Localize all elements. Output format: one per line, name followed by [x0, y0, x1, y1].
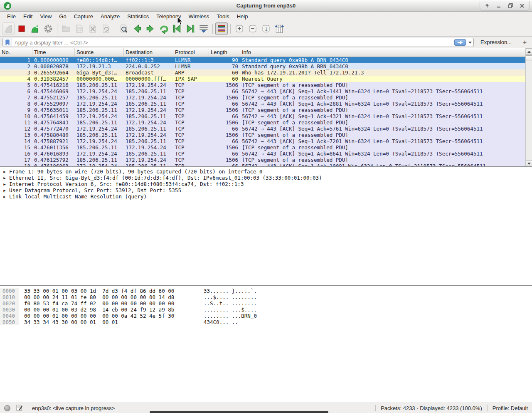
- expander-icon[interactable]: ▶: [0, 188, 9, 193]
- status-separator: [375, 405, 376, 411]
- menu-item-go[interactable]: Go: [55, 12, 70, 21]
- detail-line[interactable]: ▶Ethernet II, Src: Giga-Byt_d3:f4:df (00…: [0, 175, 532, 181]
- restart-capture-button[interactable]: [29, 22, 41, 35]
- menu-item-view[interactable]: View: [36, 12, 55, 21]
- packet-row-18[interactable]: 180.476186863172.19.254.24185.206.25.11T…: [0, 163, 525, 166]
- menu-item-analyze[interactable]: Analyze: [97, 12, 123, 21]
- packet-row-7[interactable]: 70.475521257185.206.25.11172.19.254.24TC…: [0, 94, 525, 101]
- scrollbar-thumb[interactable]: [526, 55, 532, 61]
- detail-line[interactable]: ▶Link-local Multicast Name Resolution (q…: [0, 193, 532, 200]
- colorize-button[interactable]: [215, 22, 228, 35]
- packet-row-13[interactable]: 130.475880480185.206.25.11172.19.254.24T…: [0, 132, 525, 138]
- packet-row-2[interactable]: 20.000020878172.19.21.3224.0.0.252LLMNR7…: [0, 63, 525, 69]
- stop-capture-button[interactable]: [15, 22, 28, 35]
- minimize-button[interactable]: [496, 3, 502, 9]
- hex-row[interactable]: 001000 00 00 24 11 01 fe 80 00 00 00 00 …: [0, 294, 532, 300]
- hex-row[interactable]: 004000 00 00 01 00 00 00 00 00 00 0a 42 …: [0, 313, 532, 319]
- cell-time: 0.000000000: [32, 57, 75, 63]
- maximize-button[interactable]: [507, 3, 513, 9]
- cell-info: [TCP segment of a reassembled PDU]: [240, 157, 525, 163]
- expander-icon[interactable]: ▶: [0, 195, 9, 199]
- packet-row-3[interactable]: 30.265592664Giga-Byt_d3:…BroadcastARP60W…: [0, 69, 525, 76]
- scroll-down-button[interactable]: [526, 160, 532, 167]
- auto-scroll-button[interactable]: [197, 22, 210, 35]
- cell-info: 56742 → 443 [ACK] Seq=1 Ack=5761 Win=632…: [240, 126, 525, 132]
- cell-no: 14: [0, 138, 32, 144]
- packet-row-6[interactable]: 60.475446069172.19.254.24185.206.25.11TC…: [0, 88, 525, 94]
- hex-row[interactable]: 0020f0 80 53 f4 ca 74 ff 02 00 00 00 00 …: [0, 300, 532, 307]
- cell-protocol: TCP: [173, 113, 209, 119]
- expander-icon[interactable]: ▶: [0, 170, 9, 174]
- resize-columns-button[interactable]: [273, 22, 286, 35]
- cell-no: 8: [0, 101, 32, 107]
- packet-row-17[interactable]: 170.476125792185.206.25.11172.19.254.24T…: [0, 157, 525, 163]
- detail-line[interactable]: ▶Frame 1: 90 bytes on wire (720 bits), 9…: [0, 168, 532, 175]
- menu-item-capture[interactable]: Capture: [70, 12, 97, 21]
- packet-row-10[interactable]: 100.475641459172.19.254.24185.206.25.11T…: [0, 113, 525, 119]
- packet-row-5[interactable]: 50.475416216185.206.25.11172.19.254.24TC…: [0, 82, 525, 88]
- packet-row-1[interactable]: 10.000000000fe80::14d8:f…ff02::1:3LLMNR9…: [0, 57, 525, 63]
- cell-length: 66: [209, 151, 240, 157]
- add-filter-button[interactable]: +: [521, 39, 528, 46]
- apply-filter-button[interactable]: [454, 39, 466, 46]
- cell-no: 13: [0, 132, 32, 138]
- go-first-button[interactable]: [171, 22, 183, 35]
- zoom-out-button[interactable]: [246, 22, 259, 35]
- packet-row-11[interactable]: 110.475764843185.206.25.11172.19.254.24T…: [0, 119, 525, 126]
- filter-bookmark-icon[interactable]: [3, 38, 12, 47]
- packet-row-4[interactable]: 40.31938245700000000.000…00000000.fff…IP…: [0, 76, 525, 82]
- capture-comment-icon[interactable]: [16, 404, 23, 412]
- expert-info-icon[interactable]: [4, 405, 10, 411]
- go-last-button[interactable]: [184, 22, 197, 35]
- detail-line[interactable]: ▶User Datagram Protocol, Src Port: 53912…: [0, 187, 532, 193]
- cell-source: 172.19.254.24: [75, 88, 124, 94]
- hex-row[interactable]: 005034 33 34 43 30 00 00 01 00 01434C0..…: [0, 319, 532, 325]
- packet-row-8[interactable]: 80.475529097172.19.254.24185.206.25.11TC…: [0, 101, 525, 107]
- packet-list-scrollbar[interactable]: [525, 48, 532, 167]
- packet-row-14[interactable]: 140.475887921172.19.254.24185.206.25.11T…: [0, 138, 525, 144]
- toolbar-separator: [57, 24, 57, 34]
- shade-window-button[interactable]: [484, 3, 490, 9]
- hex-row[interactable]: 000033 33 00 01 00 03 00 1d 7d d3 f4 df …: [0, 288, 532, 294]
- packet-row-15[interactable]: 150.476011356185.206.25.11172.19.254.24T…: [0, 144, 525, 151]
- zoom-in-button[interactable]: [233, 22, 246, 35]
- menu-item-tools[interactable]: Tools: [213, 12, 233, 21]
- detail-line[interactable]: ▶Internet Protocol Version 6, Src: fe80:…: [0, 181, 532, 187]
- packet-row-16[interactable]: 160.476016893172.19.254.24185.206.25.11T…: [0, 151, 525, 157]
- expression-button[interactable]: Expression...: [480, 39, 512, 45]
- cell-protocol: TCP: [173, 138, 209, 144]
- menu-item-help[interactable]: Help: [233, 12, 252, 21]
- column-header-protocol[interactable]: Protocol: [173, 48, 209, 56]
- column-header-info[interactable]: Info: [240, 48, 525, 56]
- menu-item-telephony[interactable]: Telephony: [153, 12, 185, 21]
- packet-row-9[interactable]: 90.475635011185.206.25.11172.19.254.24TC…: [0, 107, 525, 113]
- expander-icon[interactable]: ▶: [0, 176, 9, 180]
- menu-item-file[interactable]: File: [3, 12, 20, 21]
- scroll-up-button[interactable]: [526, 48, 532, 55]
- hex-bytes: 33 33 00 01 00 03 00 1d 7d d3 f4 df 86 d…: [19, 288, 174, 294]
- close-button[interactable]: [519, 3, 525, 9]
- hex-offset: 0020: [0, 300, 19, 307]
- column-header-destination[interactable]: Destination: [124, 48, 173, 56]
- capture-options-button[interactable]: [42, 22, 54, 35]
- menu-item-statistics[interactable]: Statistics: [123, 12, 153, 21]
- column-header-time[interactable]: Time: [32, 48, 75, 56]
- profile-button[interactable]: Profile: Default: [493, 405, 528, 411]
- menu-item-edit[interactable]: Edit: [20, 12, 36, 21]
- find-packet-button[interactable]: [118, 22, 130, 35]
- expander-icon[interactable]: ▶: [0, 182, 9, 186]
- menu-item-wireless[interactable]: Wireless: [185, 12, 213, 21]
- go-forward-button[interactable]: [144, 22, 157, 35]
- filter-dropdown-button[interactable]: [467, 39, 473, 46]
- column-header-length[interactable]: Length: [209, 48, 240, 56]
- go-back-button[interactable]: [131, 22, 143, 35]
- hex-row[interactable]: 003000 00 00 01 00 03 d2 98 14 eb 00 24 …: [0, 307, 532, 313]
- go-to-packet-button[interactable]: [158, 22, 170, 35]
- zoom-100-button[interactable]: 1: [260, 22, 272, 35]
- hex-ascii: ..S..t.. ........: [204, 300, 257, 307]
- cell-time: 0.475772470: [32, 126, 75, 132]
- display-filter-input[interactable]: [12, 40, 454, 46]
- column-header-no[interactable]: No.: [0, 48, 32, 56]
- column-header-source[interactable]: Source: [75, 48, 124, 56]
- packet-row-12[interactable]: 120.475772470172.19.254.24185.206.25.11T…: [0, 126, 525, 132]
